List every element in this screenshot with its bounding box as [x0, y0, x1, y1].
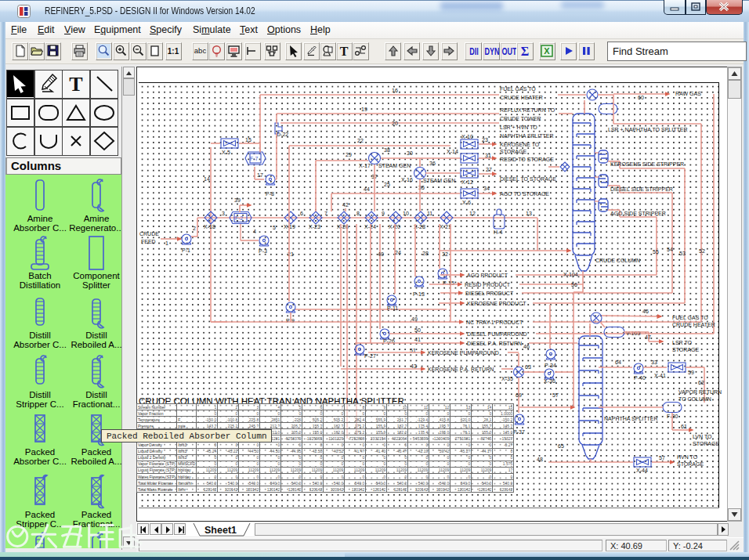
svg-text:KEROSENE TO: KEROSENE TO [500, 142, 540, 147]
svg-text:34: 34 [483, 186, 490, 191]
svg-text:T: T [340, 45, 349, 58]
svg-text:1: 1 [165, 240, 168, 246]
svg-text:P-27: P-27 [364, 353, 376, 359]
svg-text:33: 33 [651, 359, 657, 365]
svg-text:15: 15 [245, 137, 251, 143]
svg-text:35: 35 [418, 185, 425, 190]
svg-text:P-37: P-37 [513, 429, 525, 435]
svg-text:X-35: X-35 [501, 376, 513, 381]
svg-text:12: 12 [469, 211, 476, 216]
svg-text:X-44: X-44 [636, 468, 648, 473]
svg-text:25: 25 [384, 182, 390, 187]
svg-text:7: 7 [324, 211, 327, 216]
svg-text:X: X [544, 46, 550, 56]
svg-text:DII: DII [469, 46, 478, 57]
svg-text:4: 4 [253, 229, 256, 234]
svg-text:27: 27 [486, 167, 492, 172]
svg-text:CRUDE: CRUDE [139, 231, 159, 237]
svg-text:H-4: H-4 [494, 229, 502, 235]
svg-text:63: 63 [525, 364, 531, 370]
svg-text:NAPHTHA SPLITTER: NAPHTHA SPLITTER [500, 133, 553, 139]
svg-text:1:1: 1:1 [168, 47, 179, 56]
svg-text:60: 60 [638, 95, 644, 100]
svg-text:44: 44 [364, 186, 370, 192]
svg-text:NC TRAY-1 PRODUCT: NC TRAY-1 PRODUCT [466, 320, 523, 325]
svg-text:P-40: P-40 [634, 375, 646, 381]
svg-text:42: 42 [342, 202, 349, 208]
svg-text:20: 20 [392, 121, 398, 126]
svg-text:abc: abc [194, 46, 206, 55]
svg-text:VAPOR RETURN: VAPOR RETURN [678, 389, 722, 395]
svg-text:KEROSENE P.A. RETURN: KEROSENE P.A. RETURN [428, 367, 494, 372]
svg-text:46: 46 [642, 309, 649, 314]
svg-text:P-1: P-1 [182, 247, 190, 253]
svg-text:LVN TO: LVN TO [693, 434, 712, 439]
svg-text:RAW GAS: RAW GAS [675, 91, 701, 96]
svg-text:CRUDE HEATER: CRUDE HEATER [672, 322, 715, 327]
svg-text:30: 30 [407, 150, 413, 156]
svg-text:6: 6 [300, 211, 303, 216]
svg-text:49: 49 [411, 316, 418, 322]
svg-text:F-2: F-2 [235, 215, 244, 221]
svg-text:CRUDE TOWER: CRUDE TOWER [500, 116, 541, 121]
svg-text:LSR + HVN TO: LSR + HVN TO [500, 125, 537, 130]
svg-text:RESID TO STORAGE: RESID TO STORAGE [500, 157, 554, 162]
svg-text:STEAM GEN: STEAM GEN [378, 163, 411, 168]
svg-text:OUT: OUT [501, 46, 516, 57]
svg-text:47: 47 [645, 334, 651, 340]
svg-text:31: 31 [485, 153, 491, 158]
svg-text:24: 24 [395, 250, 401, 255]
svg-text:48: 48 [537, 457, 543, 462]
svg-text:AGO SIDE STRIPPER: AGO SIDE STRIPPER [610, 211, 666, 216]
svg-text:54: 54 [667, 247, 673, 252]
svg-text:59: 59 [688, 370, 694, 375]
svg-text:Σ: Σ [521, 45, 529, 58]
svg-text:19: 19 [361, 107, 367, 112]
svg-text:8: 8 [356, 211, 360, 216]
svg-text:X-104: X-104 [563, 272, 578, 277]
svg-text:X-23: X-23 [309, 224, 320, 229]
svg-text:X-14: X-14 [447, 149, 458, 154]
svg-text:FEED: FEED [141, 239, 156, 244]
svg-text:FUEL GAS TO: FUEL GAS TO [500, 86, 536, 92]
svg-text:AGO PRODUCT: AGO PRODUCT [467, 273, 508, 278]
svg-text:X-17: X-17 [359, 163, 371, 168]
svg-text:T: T [70, 73, 83, 96]
svg-text:62: 62 [698, 380, 704, 385]
svg-text:DIESEL SIDE STRIPPER: DIESEL SIDE STRIPPER [610, 186, 673, 192]
svg-text:23: 23 [482, 137, 488, 143]
svg-text:50: 50 [414, 327, 421, 333]
svg-text:X-41: X-41 [654, 373, 666, 378]
svg-text:STORAGE: STORAGE [677, 461, 704, 467]
svg-text:21: 21 [288, 251, 294, 257]
svg-text:53: 53 [679, 251, 686, 256]
svg-text:CRUDE COLUMN: CRUDE COLUMN [595, 258, 640, 263]
svg-text:38: 38 [384, 147, 390, 153]
svg-text:DIESEL TO STORAGE: DIESEL TO STORAGE [500, 176, 556, 182]
svg-text:32: 32 [442, 251, 448, 257]
svg-text:22: 22 [357, 138, 364, 143]
svg-text:LSR TO: LSR TO [672, 340, 693, 345]
svg-text:HVN TO: HVN TO [677, 454, 698, 460]
svg-text:10: 10 [403, 211, 409, 216]
svg-text:65: 65 [558, 443, 564, 449]
svg-text:DIESEL P.A. RETURN: DIESEL P.A. RETURN [467, 341, 522, 346]
svg-text:D-22: D-22 [277, 132, 288, 137]
svg-text:55: 55 [653, 249, 659, 255]
svg-text:61: 61 [681, 424, 687, 429]
svg-text:17: 17 [257, 172, 263, 178]
svg-text:X-36: X-36 [544, 378, 555, 384]
svg-text:14: 14 [204, 176, 210, 182]
svg-text:CRUDE HEATER: CRUDE HEATER [500, 95, 543, 100]
svg-text:9: 9 [382, 211, 385, 216]
svg-text:STORAGE: STORAGE [500, 149, 526, 154]
svg-text:X-10: X-10 [461, 134, 473, 139]
svg-text:13: 13 [526, 211, 532, 216]
svg-text:P-3: P-3 [259, 248, 267, 254]
svg-text:P-11: P-11 [387, 305, 398, 311]
svg-text:RESID PRODUCT: RESID PRODUCT [465, 282, 511, 287]
svg-text:P-13: P-13 [413, 291, 425, 297]
svg-text:X-12: X-12 [461, 179, 473, 185]
svg-text:KEROSENE PRODUCT: KEROSENE PRODUCT [467, 301, 526, 306]
svg-text:3: 3 [222, 211, 225, 216]
